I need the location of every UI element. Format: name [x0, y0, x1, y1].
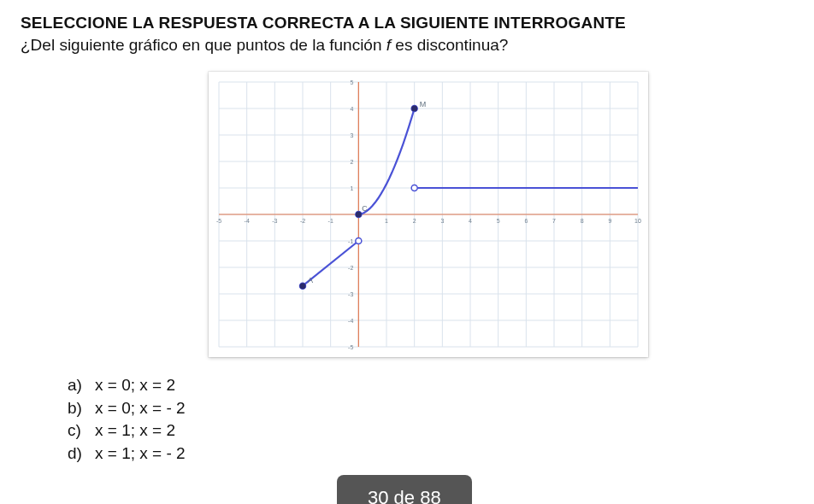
option-d[interactable]: d) x = 1; x = - 2 [68, 442, 793, 466]
option-text: x = 1; x = 2 [95, 419, 175, 442]
svg-text:M: M [420, 100, 427, 108]
svg-text:-3: -3 [272, 218, 277, 224]
subtitle-pre: ¿Del siguiente gráfico en que puntos de … [21, 36, 386, 54]
answer-options: a) x = 0; x = 2 b) x = 0; x = - 2 c) x =… [68, 374, 793, 465]
svg-text:-1: -1 [328, 218, 333, 224]
svg-text:3: 3 [350, 132, 353, 138]
question-title: SELECCIONE LA RESPUESTA CORRECTA A LA SI… [21, 14, 793, 32]
option-c[interactable]: c) x = 1; x = 2 [68, 419, 793, 442]
svg-point-56 [356, 238, 362, 244]
option-a[interactable]: a) x = 0; x = 2 [68, 374, 793, 397]
svg-text:A: A [308, 276, 313, 284]
subtitle-post: es discontinua? [391, 36, 508, 54]
svg-text:5: 5 [350, 79, 353, 85]
option-letter: d) [68, 442, 86, 466]
svg-text:5: 5 [497, 218, 500, 224]
svg-text:6: 6 [524, 218, 528, 224]
svg-text:1: 1 [385, 218, 388, 224]
svg-text:-4: -4 [348, 318, 353, 324]
svg-text:-4: -4 [245, 218, 250, 224]
svg-point-61 [300, 283, 306, 289]
svg-text:1: 1 [350, 185, 353, 191]
page-indicator: 30 de 88 [337, 475, 472, 504]
svg-text:9: 9 [608, 218, 611, 224]
function-graph: -5-4-3-2-112345678910-5-4-3-2-112345ACM [209, 72, 648, 357]
option-text: x = 0; x = 2 [95, 374, 175, 397]
svg-point-65 [411, 106, 417, 112]
question-subtitle: ¿Del siguiente gráfico en que puntos de … [21, 36, 793, 55]
option-letter: b) [68, 397, 86, 420]
svg-text:-1: -1 [348, 238, 353, 244]
chart-svg: -5-4-3-2-112345678910-5-4-3-2-112345ACM [210, 73, 646, 355]
option-text: x = 0; x = - 2 [95, 397, 186, 420]
svg-text:4: 4 [350, 106, 353, 112]
svg-text:8: 8 [581, 218, 584, 224]
option-text: x = 1; x = - 2 [95, 442, 186, 466]
svg-text:-2: -2 [300, 218, 305, 224]
svg-text:-2: -2 [348, 265, 353, 271]
svg-text:-5: -5 [348, 344, 353, 350]
svg-text:2: 2 [413, 218, 416, 224]
svg-text:-5: -5 [216, 218, 221, 224]
svg-text:-3: -3 [348, 291, 353, 297]
option-letter: a) [68, 374, 86, 397]
svg-text:10: 10 [634, 218, 641, 224]
svg-text:2: 2 [350, 159, 353, 165]
option-b[interactable]: b) x = 0; x = - 2 [68, 397, 793, 420]
svg-text:C: C [362, 204, 368, 213]
svg-text:3: 3 [440, 218, 444, 224]
svg-point-63 [356, 212, 362, 218]
svg-text:7: 7 [552, 218, 556, 224]
svg-text:4: 4 [469, 218, 472, 224]
svg-point-60 [411, 185, 417, 191]
option-letter: c) [68, 419, 86, 442]
